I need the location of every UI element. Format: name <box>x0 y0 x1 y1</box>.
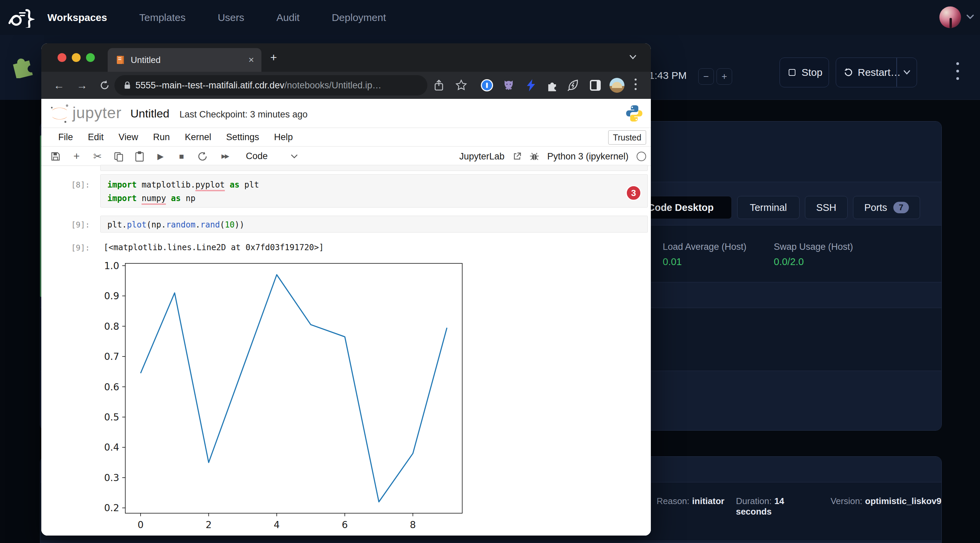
zoom-out-button[interactable]: − <box>698 68 714 85</box>
back-icon[interactable]: ← <box>54 79 64 92</box>
zoom-in-button[interactable]: + <box>716 68 732 85</box>
browser-window: Untitled × + ← → 5555--main--test--matif… <box>41 43 651 535</box>
menu-edit[interactable]: Edit <box>88 132 104 143</box>
trusted-button[interactable]: Trusted <box>608 130 646 144</box>
external-link-icon[interactable] <box>513 152 522 161</box>
forward-icon[interactable]: → <box>76 79 88 92</box>
browser-profile-avatar[interactable] <box>609 78 624 93</box>
menu-settings[interactable]: Settings <box>226 132 259 143</box>
reload-icon[interactable] <box>99 79 110 91</box>
clipped-cell-above[interactable] <box>100 165 648 171</box>
nav-item-templates[interactable]: Templates <box>139 12 186 23</box>
menu-file[interactable]: File <box>58 132 73 143</box>
nav-item-users[interactable]: Users <box>218 12 244 23</box>
cell-prompt: [9]: <box>71 221 90 229</box>
jupyter-logo <box>49 103 70 124</box>
onepassword-icon[interactable] <box>479 78 495 93</box>
restart-label: Restart… <box>858 67 901 78</box>
notebook-title[interactable]: Untitled <box>130 107 169 120</box>
run-all-cells-icon[interactable]: ▶▶ <box>217 150 233 163</box>
matplotlib-line-chart: 0.20.30.40.50.60.70.80.91.002468 <box>95 259 474 535</box>
svg-text:0.3: 0.3 <box>104 472 119 483</box>
notebook-favicon <box>116 55 125 65</box>
url-path: /notebooks/Untitled.ip… <box>285 80 382 91</box>
jupyter-header: jupyter Untitled Last Checkpoint: 3 minu… <box>41 99 651 128</box>
new-tab-button[interactable]: + <box>270 51 277 64</box>
window-minimize-button[interactable] <box>72 53 81 62</box>
code-line: import matplotlib.pyplot as plt <box>107 178 641 192</box>
coder-logo[interactable] <box>8 8 35 28</box>
build-version: Version:optimistic_liskov9 <box>830 496 942 517</box>
stop-workspace-button[interactable]: Stop <box>780 57 829 87</box>
svg-text:2: 2 <box>205 519 212 530</box>
code-line: plt.plot(np.random.rand(10)) <box>107 218 641 232</box>
nav-item-deployment[interactable]: Deployment <box>332 12 386 23</box>
code-cell-plot[interactable]: plt.plot(np.random.rand(10)) <box>100 216 648 233</box>
menu-run[interactable]: Run <box>153 132 170 143</box>
cut-cells-icon[interactable]: ✂ <box>91 150 104 163</box>
kernel-status-icon[interactable] <box>636 152 646 161</box>
share-icon[interactable] <box>433 79 444 91</box>
browser-menu-icon[interactable] <box>635 79 636 90</box>
load-average-label: Load Average (Host) <box>663 242 746 252</box>
cell-type-select[interactable]: Code <box>246 151 268 162</box>
kernel-name[interactable]: Python 3 (ipykernel) <box>547 151 628 162</box>
extensions-puzzle-icon[interactable] <box>545 78 560 93</box>
restart-options-chevron-icon[interactable] <box>902 70 911 76</box>
cell-type-chevron-icon[interactable] <box>290 154 298 159</box>
restart-kernel-icon[interactable] <box>196 150 209 163</box>
ssh-label: SSH <box>816 202 837 213</box>
terminal-button[interactable]: Terminal <box>737 196 800 219</box>
user-avatar[interactable] <box>939 6 961 28</box>
lock-icon <box>123 81 131 90</box>
menu-help[interactable]: Help <box>274 132 293 143</box>
menu-view[interactable]: View <box>119 132 138 143</box>
window-zoom-button[interactable] <box>86 53 95 62</box>
terminal-label: Terminal <box>750 202 787 213</box>
swap-usage-label: Swap Usage (Host) <box>774 242 853 252</box>
workspace-app-tile[interactable] <box>0 35 44 100</box>
restart-workspace-button[interactable]: Restart… <box>836 57 917 87</box>
browser-toolbar: ← → 5555--main--test--matifali.atif.cdr.… <box>41 72 651 99</box>
copy-cells-icon[interactable] <box>112 150 125 163</box>
tab-search-chevron-icon[interactable] <box>628 54 637 60</box>
nav-item-audit[interactable]: Audit <box>276 12 299 23</box>
save-icon[interactable] <box>49 150 62 163</box>
paste-cells-icon[interactable] <box>133 150 146 163</box>
window-close-button[interactable] <box>57 53 66 62</box>
side-panel-icon[interactable] <box>588 78 603 93</box>
nav-item-workspaces[interactable]: Workspaces <box>48 12 107 23</box>
debugger-bug-icon[interactable] <box>530 152 539 161</box>
ssh-button[interactable]: SSH <box>805 196 848 219</box>
build-card-footer <box>40 541 942 543</box>
output-repr-text: [<matplotlib.lines.Line2D at 0x7fd03f191… <box>103 243 324 252</box>
open-jupyterlab-link[interactable]: JupyterLab <box>459 151 504 162</box>
bookmark-star-icon[interactable] <box>455 79 467 91</box>
tab-close-icon[interactable]: × <box>248 54 254 65</box>
avatar-tree <box>950 18 952 28</box>
interrupt-kernel-icon[interactable]: ■ <box>175 150 188 163</box>
svg-text:0.7: 0.7 <box>104 351 119 362</box>
stop-label: Stop <box>802 67 822 78</box>
avatar-monument <box>612 82 622 88</box>
insert-cell-icon[interactable]: + <box>70 150 83 163</box>
browser-titlebar[interactable]: Untitled × + <box>41 43 651 72</box>
lightning-bolt-icon[interactable] <box>523 78 538 93</box>
user-menu-chevron-icon[interactable] <box>966 14 975 20</box>
clock-time: 1:43 PM <box>649 70 687 81</box>
code-cell-imports[interactable]: import matplotlib.pyplot as plt import n… <box>100 174 648 208</box>
run-cell-icon[interactable]: ▶ <box>154 150 167 163</box>
github-octocat-icon[interactable] <box>501 78 516 93</box>
workspace-more-options-button[interactable] <box>956 62 959 80</box>
notebook-area[interactable]: [8]: import matplotlib.pyplot as plt imp… <box>41 166 651 535</box>
svg-text:0: 0 <box>137 519 143 530</box>
ports-button[interactable]: Ports 7 <box>853 196 920 219</box>
menu-kernel[interactable]: Kernel <box>185 132 211 143</box>
svg-text:8: 8 <box>410 519 416 530</box>
energy-saver-icon[interactable] <box>566 78 581 93</box>
collaborator-count-badge[interactable]: 3 <box>626 185 641 201</box>
address-bar[interactable]: 5555--main--test--matifali.atif.cdr.dev/… <box>115 75 427 95</box>
build-duration: Duration:14 seconds <box>736 496 819 517</box>
browser-tab[interactable]: Untitled × <box>108 48 261 72</box>
ports-label: Ports <box>864 202 887 213</box>
